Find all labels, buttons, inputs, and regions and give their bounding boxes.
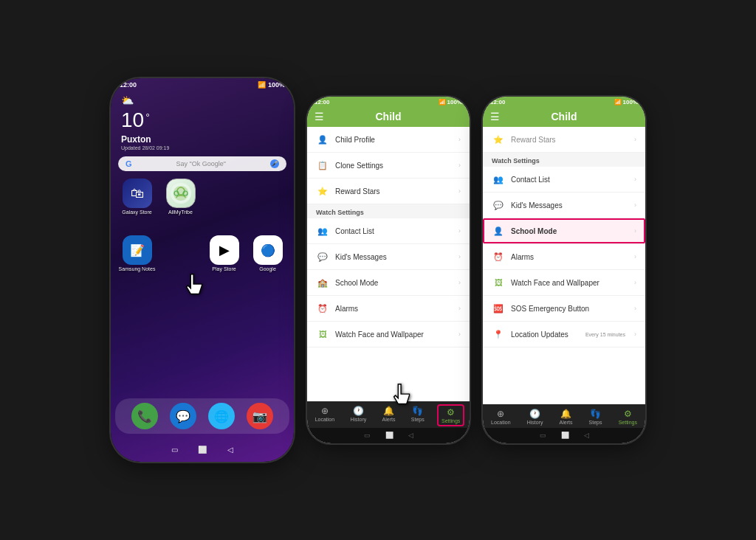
menu-reward-stars[interactable]: ⭐ Reward Stars › <box>307 179 470 204</box>
alarms-icon: ⏰ <box>316 302 329 315</box>
galaxy-store-icon: 🛍 <box>123 179 152 208</box>
scene: 12:00 📶 100% ⛅ 10° Puxton Updated 28/02 … <box>0 0 756 540</box>
menu-child-profile[interactable]: 👤 Child Profile › <box>307 127 470 153</box>
status-icons-1: 📶 100% <box>258 81 285 89</box>
nav-alerts-2[interactable]: 🔔 Alerts <box>379 404 399 426</box>
app-empty-3 <box>162 235 199 286</box>
nav-steps-2[interactable]: 👣 Steps <box>408 404 427 426</box>
nav-bar-2: ▭ ⬜ ◁ <box>307 428 470 443</box>
status-bar-3: 12:00 📶 100% <box>483 97 645 106</box>
arrow-rs: › <box>634 136 636 143</box>
back-btn[interactable]: ◁ <box>224 443 237 456</box>
arrow-6: › <box>458 279 461 286</box>
reward-stars-label: Reward Stars <box>335 187 453 195</box>
alerts-nav-icon-3: 🔔 <box>560 409 571 419</box>
phone-3: 12:00 📶 100% ☰ Child ⭐ <box>483 97 645 443</box>
app-play-store[interactable]: ▶ Play Store <box>205 235 243 286</box>
clone-settings-icon: 📋 <box>316 159 329 172</box>
steps-nav-icon-3: 👣 <box>590 409 601 419</box>
nav-steps-3[interactable]: 👣 Steps <box>586 407 605 426</box>
menu-school-mode[interactable]: 🏫 School Mode › <box>307 270 470 296</box>
nav-bar-3: ▭ ⬜ ◁ <box>483 428 645 443</box>
nav-history-3[interactable]: 🕐 History <box>524 407 546 426</box>
nav-location-3[interactable]: ⊕ Location <box>488 407 513 426</box>
back-btn-2[interactable]: ◁ <box>408 432 413 439</box>
clone-settings-label: Clone Settings <box>335 162 453 170</box>
menu-sos-3[interactable]: 🆘 SOS Emergency Button › <box>483 296 645 322</box>
mic-icon[interactable]: 🎤 <box>270 159 279 168</box>
alarms-icon-3: ⏰ <box>492 250 505 263</box>
title-bar-2: ☰ Child <box>307 106 470 127</box>
signal-icon-3: 📶 <box>614 99 622 105</box>
app-google[interactable]: 🔵 Google <box>249 235 286 286</box>
alltribe-logo-svg <box>169 181 193 205</box>
phone-2: 12:00 📶 100% ☰ Child 👤 Ch <box>307 97 470 443</box>
menu-contact-list-3[interactable]: 👥 Contact List › <box>483 167 645 193</box>
arrow-wf-3: › <box>634 279 636 286</box>
nav-settings-2[interactable]: ⚙ Settings <box>437 404 464 426</box>
watch-settings-label-3: Watch Settings <box>483 153 645 167</box>
title-bar-3: ☰ Child <box>483 106 645 127</box>
menu-location-updates-3[interactable]: 📍 Location Updates Every 15 minutes › <box>483 322 645 347</box>
app-title-3: Child <box>551 111 577 122</box>
bottom-nav-3: ⊕ Location 🕐 History 🔔 Alerts 👣 Steps <box>483 404 645 428</box>
menu-watch-face[interactable]: 🖼 Watch Face and Wallpaper › <box>307 322 470 347</box>
watch-face-label: Watch Face and Wallpaper <box>335 330 453 339</box>
location-nav-label-3: Location <box>491 420 510 425</box>
kids-messages-icon: 💬 <box>316 250 329 263</box>
dock-phone[interactable]: 📞 <box>131 403 158 429</box>
recent-btn-2[interactable]: ▭ <box>364 432 371 439</box>
arrow-cl-3: › <box>634 176 636 183</box>
menu-school-mode-3[interactable]: 👤 School Mode › <box>483 218 645 244</box>
arrow-km-3: › <box>634 201 636 209</box>
menu-watch-face-3[interactable]: 🖼 Watch Face and Wallpaper › <box>483 270 645 296</box>
nav-settings-3[interactable]: ⚙ Settings <box>616 407 640 426</box>
nav-history-2[interactable]: 🕐 History <box>347 404 369 426</box>
settings-nav-icon-2: ⚙ <box>447 407 455 418</box>
watch-face-icon-3: 🖼 <box>492 276 505 289</box>
contact-list-icon-3: 👥 <box>492 173 505 186</box>
contact-list-label: Contact List <box>335 227 453 235</box>
menu-kids-messages-3[interactable]: 💬 Kid's Messages › <box>483 193 645 218</box>
menu-alarms[interactable]: ⏰ Alarms › <box>307 296 470 322</box>
kids-messages-icon-3: 💬 <box>492 198 505 212</box>
time-3: 12:00 <box>490 99 505 105</box>
school-mode-label: School Mode <box>335 279 453 287</box>
menu-contact-list[interactable]: 👥 Contact List › <box>307 218 470 244</box>
app-screen-3: 12:00 📶 100% ☰ Child ⭐ <box>483 97 645 443</box>
alerts-nav-label-3: Alerts <box>560 420 573 425</box>
dock-internet[interactable]: 🌐 <box>208 403 235 429</box>
arrow-sos-3: › <box>634 305 636 312</box>
dock-messages[interactable]: 💬 <box>170 403 196 429</box>
dock-camera[interactable]: 📷 <box>247 403 273 429</box>
search-placeholder: Say "Ok Google" <box>132 160 270 167</box>
back-btn-3[interactable]: ◁ <box>584 432 589 439</box>
school-mode-icon-3: 👤 <box>492 224 505 238</box>
recent-btn[interactable]: ▭ <box>168 443 181 456</box>
nav-location-2[interactable]: ⊕ Location <box>312 404 337 426</box>
app-galaxy-store[interactable]: 🛍 Galaxy Store <box>118 179 156 229</box>
menu-clone-settings[interactable]: 📋 Clone Settings › <box>307 153 470 179</box>
menu-kids-messages[interactable]: 💬 Kid's Messages › <box>307 244 470 270</box>
nav-bar-1: ▭ ⬜ ◁ <box>111 438 294 462</box>
nav-alerts-3[interactable]: 🔔 Alerts <box>557 407 576 426</box>
home-btn-2[interactable]: ⬜ <box>385 432 394 439</box>
child-profile-label: Child Profile <box>335 136 453 144</box>
alerts-nav-icon-2: 🔔 <box>383 406 394 416</box>
app-samsung-notes[interactable]: 📝 Samsung Notes <box>118 235 156 286</box>
location-nav-icon-3: ⊕ <box>497 409 504 419</box>
home-btn[interactable]: ⬜ <box>196 443 209 456</box>
menu-reward-stars-3[interactable]: ⭐ Reward Stars › <box>483 127 645 153</box>
recent-btn-3[interactable]: ▭ <box>540 432 546 439</box>
app-title-2: Child <box>376 111 402 122</box>
history-nav-icon-2: 🕐 <box>353 406 364 416</box>
battery-2: 100% <box>447 99 462 105</box>
google-search-bar[interactable]: G Say "Ok Google" 🎤 <box>118 156 286 171</box>
arrow-5: › <box>458 253 461 260</box>
home-btn-3[interactable]: ⬜ <box>561 432 569 439</box>
app-alltribe[interactable]: AllMyTribe <box>162 179 199 229</box>
menu-alarms-3[interactable]: ⏰ Alarms › <box>483 244 645 270</box>
app-grid: 🛍 Galaxy Store <box>111 174 294 291</box>
hamburger-icon-2[interactable]: ☰ <box>315 111 324 122</box>
hamburger-icon-3[interactable]: ☰ <box>490 111 500 122</box>
